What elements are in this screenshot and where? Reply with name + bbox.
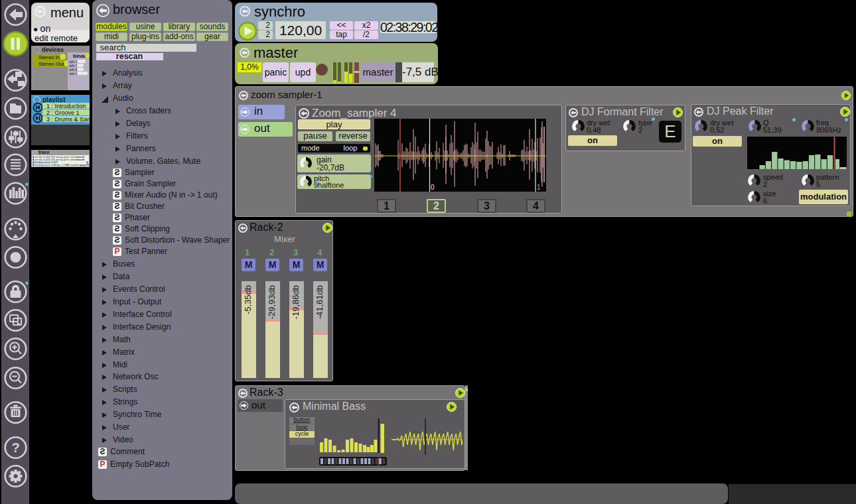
svg-text:?: ?	[11, 440, 19, 455]
svg-text:1: 1	[537, 184, 541, 191]
svg-text:0: 0	[431, 184, 435, 191]
